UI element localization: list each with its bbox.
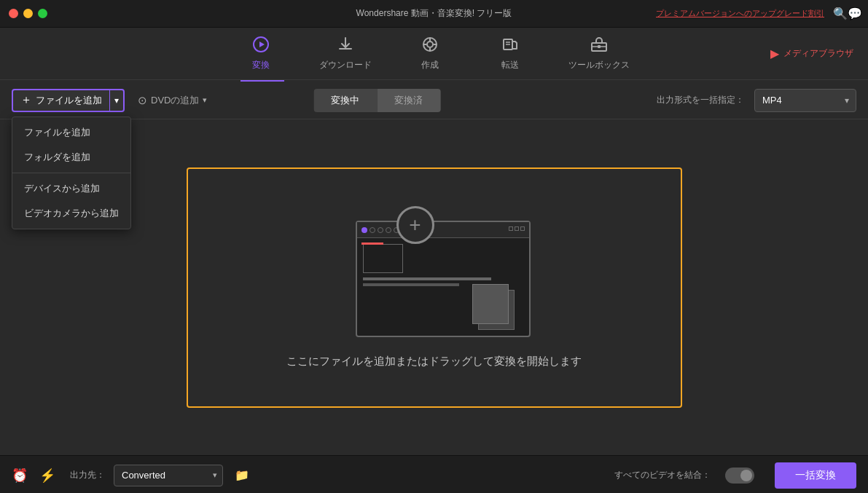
- add-dvd-label: DVDの追加: [151, 94, 199, 107]
- wf-dots: [361, 227, 399, 233]
- wf-small-rect-2: [515, 226, 519, 231]
- add-file-button[interactable]: ＋ ファイルを追加 ▾: [12, 89, 125, 112]
- convert-icon: [252, 36, 270, 56]
- nav-item-transfer[interactable]: 転送: [488, 36, 532, 71]
- dvd-icon: ⊙: [138, 94, 147, 107]
- dropdown-item-add-device[interactable]: デバイスから追加: [12, 176, 130, 201]
- nav-item-download[interactable]: ダウンロード: [319, 36, 372, 71]
- upgrade-link[interactable]: プレミアムバージョンへのアップグレード割引: [656, 8, 824, 19]
- download-icon: [337, 36, 354, 56]
- wf-dot-gray-3: [386, 227, 391, 233]
- transfer-icon: [501, 36, 519, 56]
- nav-item-create[interactable]: 作成: [408, 36, 452, 71]
- wf-dot-gray-2: [378, 227, 383, 233]
- tab-converted[interactable]: 変換済: [377, 89, 440, 112]
- svg-marker-1: [259, 42, 265, 47]
- lightning-icon[interactable]: ⚡: [39, 468, 55, 484]
- dropdown-item-add-camera[interactable]: ビデオカメラから追加: [12, 201, 130, 226]
- app-title: Wondershare 動画・音楽変換! フリー版: [356, 7, 512, 20]
- convert-all-button[interactable]: 一括変換: [775, 462, 856, 489]
- nav-label-toolbox: ツールボックス: [568, 59, 630, 71]
- title-bar: Wondershare 動画・音楽変換! フリー版 プレミアムバージョンへのアッ…: [0, 0, 868, 28]
- bottom-bar: ⏰ ⚡ 出力先： Converted Desktop Documents ▾ 📁…: [0, 455, 868, 493]
- nav-label-download: ダウンロード: [319, 59, 372, 71]
- tab-converting[interactable]: 変換中: [313, 89, 377, 112]
- wf-dot-purple: [361, 227, 367, 233]
- output-format-label: 出力形式を一括指定：: [657, 94, 744, 106]
- toggle-knob: [740, 470, 752, 481]
- wf-small-rect-1: [509, 226, 513, 231]
- svg-point-3: [427, 42, 433, 47]
- search-icon[interactable]: 🔍: [833, 7, 848, 20]
- nav-item-convert[interactable]: 変換: [239, 36, 283, 71]
- toggle-switch[interactable]: [725, 468, 754, 484]
- add-dvd-button[interactable]: ⊙ DVDの追加 ▾: [132, 89, 213, 112]
- nav-items: 変換 ダウンロード 作成: [239, 36, 630, 71]
- nav-label-convert: 変換: [252, 59, 270, 71]
- wf-dot-gray-1: [370, 227, 375, 233]
- dropdown-item-add-folder[interactable]: フォルダを追加: [12, 145, 130, 170]
- format-select[interactable]: MP4 MKV AVI MOV: [754, 89, 856, 112]
- drop-zone[interactable]: +: [187, 167, 682, 408]
- wf-line2: [363, 283, 459, 286]
- merge-label: すべてのビデオを結合：: [614, 469, 711, 481]
- nav-item-toolbox[interactable]: ツールボックス: [568, 36, 630, 71]
- svg-rect-13: [598, 45, 601, 48]
- wf-titlebar: [357, 222, 529, 238]
- wf-line1: [363, 277, 491, 280]
- drop-illustration: +: [332, 206, 536, 337]
- wf-dots-right: [509, 226, 525, 231]
- wf-small-rect-3: [520, 226, 525, 231]
- window-controls: [9, 9, 47, 18]
- folder-icon[interactable]: 📁: [235, 468, 249, 482]
- dropdown-item-add-file[interactable]: ファイルを追加: [12, 120, 130, 145]
- plus-circle-icon: +: [396, 206, 434, 244]
- add-file-dropdown-arrow[interactable]: ▾: [110, 90, 123, 111]
- output-select-wrapper: Converted Desktop Documents ▾: [114, 465, 223, 486]
- top-nav: 変換 ダウンロード 作成: [0, 28, 868, 80]
- file-icon-front: [472, 284, 509, 324]
- nav-label-transfer: 転送: [501, 59, 519, 71]
- dropdown-separator: [12, 173, 130, 173]
- toolbox-icon: [590, 36, 608, 56]
- output-label: 出力先：: [70, 469, 105, 481]
- chat-icon[interactable]: 💬: [848, 7, 862, 20]
- create-icon: [421, 36, 439, 56]
- media-browser-label: メディアブラウザ: [783, 47, 853, 60]
- add-file-label: ファイルを追加: [36, 94, 102, 107]
- plus-icon: ＋: [20, 92, 32, 108]
- dropdown-menu: ファイルを追加 フォルダを追加 デバイスから追加 ビデオカメラから追加: [12, 117, 131, 229]
- tab-group: 変換中 変換済: [313, 89, 440, 112]
- clock-icon[interactable]: ⏰: [12, 468, 28, 484]
- minimize-dot[interactable]: [23, 9, 33, 18]
- wf-red-line: [361, 242, 383, 245]
- media-browser[interactable]: ▶ メディアブラウザ: [770, 47, 853, 60]
- dvd-dropdown-arrow: ▾: [203, 95, 207, 105]
- wf-image-placeholder: [363, 244, 403, 273]
- nav-label-create: 作成: [421, 59, 439, 71]
- toolbar: ＋ ファイルを追加 ▾ ⊙ DVDの追加 ▾ 変換中 変換済 出力形式を一括指定…: [0, 82, 868, 119]
- maximize-dot[interactable]: [38, 9, 47, 18]
- close-dot[interactable]: [9, 9, 18, 18]
- media-browser-icon: ▶: [770, 47, 779, 60]
- output-select[interactable]: Converted Desktop Documents: [114, 465, 223, 486]
- add-file-main[interactable]: ＋ ファイルを追加: [13, 90, 110, 111]
- drop-zone-text: ここにファイルを追加またはドラッグして変換を開始します: [286, 355, 582, 368]
